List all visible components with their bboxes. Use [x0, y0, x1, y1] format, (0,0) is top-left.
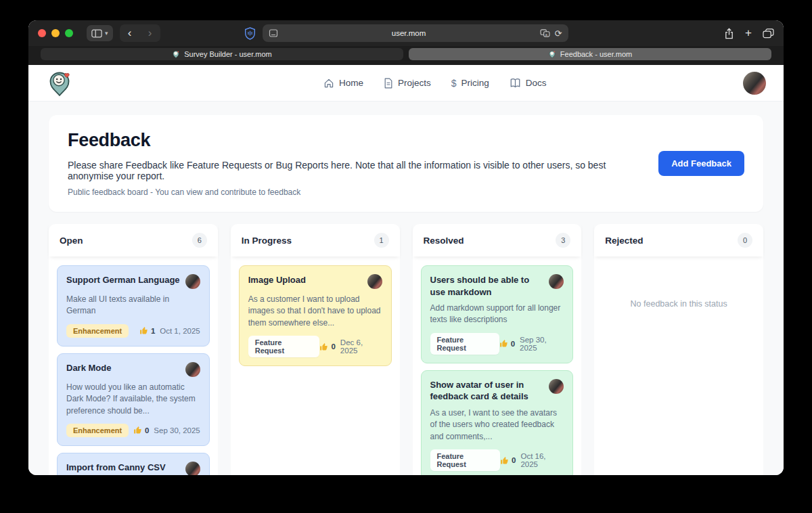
column-header: In Progress 1: [231, 224, 400, 256]
thumbs-up-icon: [133, 426, 142, 434]
chevron-down-icon: ▾: [105, 30, 108, 37]
column-count-badge: 3: [556, 233, 570, 248]
feedback-card[interactable]: Image Upload As a customer I want to upl…: [239, 265, 392, 366]
card-description: How would you like an automatic Dark Mod…: [66, 382, 200, 417]
card-title: Dark Mode: [66, 362, 111, 374]
tab-overview-icon[interactable]: [763, 28, 774, 39]
reader-icon[interactable]: [269, 28, 278, 38]
browser-tab-feedback[interactable]: Feedback - user.mom: [409, 48, 771, 60]
feedback-card[interactable]: Dark Mode How would you like an automati…: [57, 353, 210, 446]
author-avatar: [185, 274, 200, 289]
tag-badge: Enhancement: [66, 324, 129, 338]
main-content: Feedback Please share Feedback like Feat…: [28, 102, 784, 475]
user-avatar[interactable]: [743, 72, 766, 95]
page-title: Feedback: [68, 130, 638, 151]
tab-title: Survey Builder - user.mom: [184, 50, 272, 58]
card-title: Support German Language: [66, 274, 180, 286]
feedback-card[interactable]: Show avatar of user in feedback card & d…: [421, 370, 574, 475]
card-description: Make all UI texts available in German: [66, 294, 200, 317]
main-nav: Home Projects $ Pricing Docs: [323, 78, 547, 89]
upvote-control[interactable]: 0: [499, 339, 515, 348]
vote-count: 0: [512, 456, 516, 464]
author-avatar: [185, 462, 200, 475]
nav-label: Projects: [398, 78, 431, 88]
sidebar-toggle-button[interactable]: ▾: [87, 25, 113, 41]
card-description: Add markdown support for all longer text…: [430, 303, 564, 326]
forward-button[interactable]: ›: [140, 25, 160, 41]
column-name: Open: [60, 236, 83, 246]
thumbs-up-icon: [319, 342, 328, 351]
upvote-control[interactable]: 1: [139, 326, 155, 335]
nav-item-docs[interactable]: Docs: [510, 78, 547, 88]
privacy-shield-icon[interactable]: [244, 27, 256, 40]
nav-label: Pricing: [461, 78, 489, 88]
zoom-window-button[interactable]: [65, 29, 73, 37]
browser-window: ▾ ‹ › user.mom a ⟳: [28, 20, 784, 475]
back-button[interactable]: ‹: [120, 25, 140, 41]
add-feedback-button[interactable]: Add Feedback: [658, 151, 744, 176]
app-header: Home Projects $ Pricing Docs: [28, 65, 784, 102]
empty-status-message: No feedback in this status: [602, 265, 755, 309]
column-header: Open 6: [49, 224, 218, 256]
card-title: Image Upload: [248, 274, 306, 286]
thumbs-up-icon: [500, 456, 509, 465]
tag-badge: Feature Request: [430, 333, 499, 355]
nav-item-home[interactable]: Home: [323, 78, 363, 89]
author-avatar: [367, 274, 382, 289]
minimize-window-button[interactable]: [51, 29, 60, 37]
nav-item-projects[interactable]: Projects: [384, 78, 431, 89]
card-date: Oct 1, 2025: [160, 327, 200, 335]
kanban-board: Open 6 Support German Language Make all …: [49, 224, 763, 475]
card-date: Dec 6, 2025: [340, 338, 382, 355]
column-open: Open 6 Support German Language Make all …: [49, 224, 218, 475]
column-count-badge: 6: [192, 233, 207, 248]
nav-label: Home: [339, 78, 363, 88]
card-description: As a customer I want to upload images so…: [248, 294, 382, 329]
vote-count: 0: [511, 340, 515, 348]
upvote-control[interactable]: 0: [133, 426, 149, 434]
close-window-button[interactable]: [38, 29, 46, 37]
home-icon: [323, 78, 334, 89]
translate-icon[interactable]: a: [540, 29, 550, 37]
page-description: Please share Feedback like Feature Reque…: [68, 160, 638, 181]
book-icon: [510, 78, 521, 88]
column-count-badge: 1: [374, 233, 389, 248]
column-resolved: Resolved 3 Users should be able to use m…: [413, 224, 582, 475]
tag-badge: Feature Request: [248, 336, 320, 357]
upvote-control[interactable]: 0: [319, 342, 335, 351]
address-bar[interactable]: user.mom a ⟳: [263, 24, 568, 42]
page-subtext: Public feedback board - You can view and…: [68, 187, 638, 197]
column-rejected: Rejected 0 No feedback in this status: [594, 224, 763, 475]
vote-count: 0: [331, 342, 335, 351]
author-avatar: [185, 362, 200, 377]
feedback-card[interactable]: Users should be able to use markdown Add…: [421, 265, 574, 363]
tab-title: Feedback - user.mom: [560, 50, 632, 58]
document-icon: [384, 78, 393, 89]
thumbs-up-icon: [499, 339, 508, 348]
sidebar-icon: [91, 29, 102, 38]
card-date: Sep 30, 2025: [154, 426, 200, 434]
reload-icon[interactable]: ⟳: [555, 28, 562, 39]
browser-tab-survey-builder[interactable]: Survey Builder - user.mom: [41, 48, 403, 60]
traffic-lights: [38, 29, 73, 37]
tab-strip: Survey Builder - user.mom Feedback - use…: [28, 46, 784, 65]
column-name: Rejected: [605, 236, 643, 246]
thumbs-up-icon: [139, 326, 148, 335]
share-icon[interactable]: [724, 28, 734, 39]
vote-count: 1: [151, 327, 155, 335]
nav-label: Docs: [526, 78, 547, 88]
nav-item-pricing[interactable]: $ Pricing: [451, 78, 489, 89]
new-tab-icon[interactable]: +: [745, 26, 752, 40]
tag-badge: Enhancement: [66, 424, 129, 437]
column-count-badge: 0: [738, 233, 752, 248]
upvote-control[interactable]: 0: [500, 456, 516, 465]
history-nav-group: ‹ ›: [120, 24, 160, 42]
app-logo-icon[interactable]: [46, 70, 73, 98]
url-text: user.mom: [278, 29, 540, 37]
feedback-card[interactable]: Support German Language Make all UI text…: [57, 265, 210, 347]
vote-count: 0: [145, 426, 149, 434]
column-name: In Progress: [242, 236, 292, 246]
feedback-card[interactable]: Import from Canny CSV Import data from C…: [57, 453, 210, 475]
card-date: Oct 16, 2025: [520, 452, 564, 468]
tag-badge: Feature Request: [430, 449, 501, 471]
